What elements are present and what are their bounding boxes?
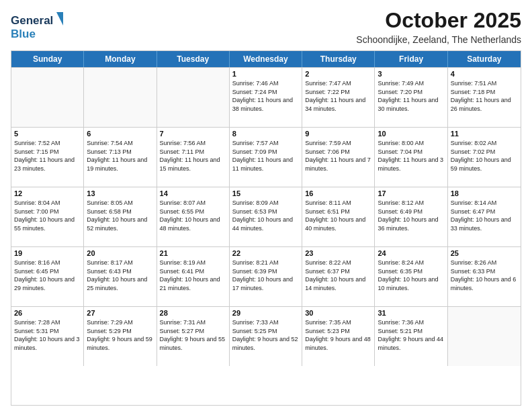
calendar-body: 1Sunrise: 7:46 AM Sunset: 7:24 PM Daylig… [11, 67, 521, 366]
day-info: Sunrise: 8:12 AM Sunset: 6:49 PM Dayligh… [378, 199, 444, 232]
table-row: 6Sunrise: 7:54 AM Sunset: 7:13 PM Daylig… [84, 128, 157, 187]
table-row: 16Sunrise: 8:11 AM Sunset: 6:51 PM Dayli… [302, 187, 375, 246]
table-row: 29Sunrise: 7:33 AM Sunset: 5:25 PM Dayli… [230, 307, 302, 366]
day-number: 30 [305, 309, 371, 317]
location: Schoondijke, Zeeland, The Netherlands [356, 34, 521, 45]
table-row [84, 68, 157, 127]
logo: General Blue [11, 8, 64, 44]
day-info: Sunrise: 8:16 AM Sunset: 6:45 PM Dayligh… [14, 259, 81, 292]
table-row: 4Sunrise: 7:51 AM Sunset: 7:18 PM Daylig… [448, 68, 521, 127]
week-row-2: 5Sunrise: 7:52 AM Sunset: 7:15 PM Daylig… [11, 127, 521, 187]
table-row: 14Sunrise: 8:07 AM Sunset: 6:55 PM Dayli… [157, 187, 230, 246]
week-row-5: 26Sunrise: 7:28 AM Sunset: 5:31 PM Dayli… [11, 306, 521, 366]
day-number: 4 [451, 70, 518, 78]
day-info: Sunrise: 7:54 AM Sunset: 7:13 PM Dayligh… [87, 139, 153, 173]
day-number: 7 [160, 130, 226, 138]
svg-text:General: General [11, 14, 53, 27]
day-info: Sunrise: 7:51 AM Sunset: 7:18 PM Dayligh… [451, 79, 518, 113]
week-row-4: 19Sunrise: 8:16 AM Sunset: 6:45 PM Dayli… [11, 246, 521, 306]
table-row: 20Sunrise: 8:17 AM Sunset: 6:43 PM Dayli… [84, 247, 157, 306]
day-number: 25 [451, 249, 518, 257]
day-info: Sunrise: 8:19 AM Sunset: 6:41 PM Dayligh… [160, 259, 226, 292]
table-row: 19Sunrise: 8:16 AM Sunset: 6:45 PM Dayli… [11, 247, 84, 306]
table-row: 25Sunrise: 8:26 AM Sunset: 6:33 PM Dayli… [448, 247, 521, 306]
day-info: Sunrise: 8:07 AM Sunset: 6:55 PM Dayligh… [160, 199, 226, 232]
table-row: 28Sunrise: 7:31 AM Sunset: 5:27 PM Dayli… [157, 307, 230, 366]
day-info: Sunrise: 7:57 AM Sunset: 7:09 PM Dayligh… [232, 139, 299, 173]
table-row: 11Sunrise: 8:02 AM Sunset: 7:02 PM Dayli… [448, 128, 521, 187]
day-number: 19 [14, 249, 81, 257]
header-saturday: Saturday [448, 51, 521, 67]
day-number: 21 [160, 249, 226, 257]
day-number: 23 [305, 249, 371, 257]
table-row [448, 307, 521, 366]
day-number: 31 [378, 309, 444, 317]
table-row: 22Sunrise: 8:21 AM Sunset: 6:39 PM Dayli… [230, 247, 302, 306]
day-number: 11 [451, 130, 518, 138]
day-info: Sunrise: 8:14 AM Sunset: 6:47 PM Dayligh… [451, 199, 518, 232]
table-row: 17Sunrise: 8:12 AM Sunset: 6:49 PM Dayli… [375, 187, 447, 246]
day-info: Sunrise: 7:33 AM Sunset: 5:25 PM Dayligh… [232, 318, 299, 352]
day-number: 16 [305, 189, 371, 197]
table-row: 10Sunrise: 8:00 AM Sunset: 7:04 PM Dayli… [375, 128, 447, 187]
day-info: Sunrise: 8:05 AM Sunset: 6:58 PM Dayligh… [87, 199, 153, 232]
day-info: Sunrise: 7:28 AM Sunset: 5:31 PM Dayligh… [14, 318, 81, 352]
page: General Blue October 2025 Schoondijke, Z… [0, 0, 532, 411]
table-row: 3Sunrise: 7:49 AM Sunset: 7:20 PM Daylig… [375, 68, 447, 127]
table-row: 18Sunrise: 8:14 AM Sunset: 6:47 PM Dayli… [448, 187, 521, 246]
day-number: 15 [232, 189, 299, 197]
day-number: 26 [14, 309, 81, 317]
day-info: Sunrise: 7:35 AM Sunset: 5:23 PM Dayligh… [305, 318, 371, 352]
table-row [157, 68, 230, 127]
day-number: 10 [378, 130, 444, 138]
table-row: 5Sunrise: 7:52 AM Sunset: 7:15 PM Daylig… [11, 128, 84, 187]
day-number: 1 [232, 70, 299, 78]
day-info: Sunrise: 7:49 AM Sunset: 7:20 PM Dayligh… [378, 79, 444, 113]
header: General Blue October 2025 Schoondijke, Z… [11, 8, 521, 45]
day-info: Sunrise: 7:36 AM Sunset: 5:21 PM Dayligh… [378, 318, 444, 352]
day-number: 3 [378, 70, 444, 78]
day-number: 20 [87, 249, 153, 257]
day-number: 12 [14, 189, 81, 197]
header-thursday: Thursday [302, 51, 375, 67]
table-row: 7Sunrise: 7:56 AM Sunset: 7:11 PM Daylig… [157, 128, 230, 187]
week-row-1: 1Sunrise: 7:46 AM Sunset: 7:24 PM Daylig… [11, 67, 521, 127]
day-number: 28 [160, 309, 226, 317]
table-row: 24Sunrise: 8:24 AM Sunset: 6:35 PM Dayli… [375, 247, 447, 306]
day-info: Sunrise: 8:24 AM Sunset: 6:35 PM Dayligh… [378, 259, 444, 292]
day-info: Sunrise: 8:22 AM Sunset: 6:37 PM Dayligh… [305, 259, 371, 292]
table-row: 15Sunrise: 8:09 AM Sunset: 6:53 PM Dayli… [230, 187, 302, 246]
day-info: Sunrise: 7:59 AM Sunset: 7:06 PM Dayligh… [305, 139, 371, 173]
month-title: October 2025 [356, 8, 521, 33]
table-row: 21Sunrise: 8:19 AM Sunset: 6:41 PM Dayli… [157, 247, 230, 306]
header-tuesday: Tuesday [157, 51, 230, 67]
day-info: Sunrise: 7:29 AM Sunset: 5:29 PM Dayligh… [87, 318, 153, 352]
table-row: 26Sunrise: 7:28 AM Sunset: 5:31 PM Dayli… [11, 307, 84, 366]
day-number: 8 [232, 130, 299, 138]
day-info: Sunrise: 7:56 AM Sunset: 7:11 PM Dayligh… [160, 139, 226, 173]
svg-marker-2 [56, 12, 63, 26]
calendar-header: Sunday Monday Tuesday Wednesday Thursday… [11, 51, 521, 67]
day-info: Sunrise: 8:17 AM Sunset: 6:43 PM Dayligh… [87, 259, 153, 292]
title-area: October 2025 Schoondijke, Zeeland, The N… [356, 8, 521, 45]
table-row: 9Sunrise: 7:59 AM Sunset: 7:06 PM Daylig… [302, 128, 375, 187]
day-info: Sunrise: 8:09 AM Sunset: 6:53 PM Dayligh… [232, 199, 299, 232]
day-number: 13 [87, 189, 153, 197]
day-number: 14 [160, 189, 226, 197]
table-row: 23Sunrise: 8:22 AM Sunset: 6:37 PM Dayli… [302, 247, 375, 306]
table-row: 31Sunrise: 7:36 AM Sunset: 5:21 PM Dayli… [375, 307, 447, 366]
day-number: 29 [232, 309, 299, 317]
header-sunday: Sunday [11, 51, 84, 67]
table-row: 13Sunrise: 8:05 AM Sunset: 6:58 PM Dayli… [84, 187, 157, 246]
logo-icon: General Blue [11, 11, 64, 44]
day-number: 5 [14, 130, 81, 138]
day-number: 9 [305, 130, 371, 138]
table-row: 12Sunrise: 8:04 AM Sunset: 7:00 PM Dayli… [11, 187, 84, 246]
day-number: 6 [87, 130, 153, 138]
day-number: 17 [378, 189, 444, 197]
day-number: 24 [378, 249, 444, 257]
day-info: Sunrise: 8:26 AM Sunset: 6:33 PM Dayligh… [451, 259, 518, 292]
header-wednesday: Wednesday [230, 51, 302, 67]
day-number: 22 [232, 249, 299, 257]
header-monday: Monday [84, 51, 157, 67]
